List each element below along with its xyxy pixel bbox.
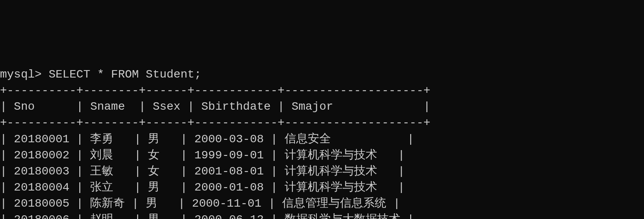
table-row: | 20180006 | 赵明 | 男 | 2000-06-12 | 数据科学与…: [0, 213, 414, 219]
table-row: | 20180003 | 王敏 | 女 | 2001-08-01 | 计算机科学…: [0, 165, 405, 178]
table-header: | Sno | Sname | Ssex | Sbirthdate | Smaj…: [0, 100, 430, 113]
table-row: | 20180005 | 陈新奇 | 男 | 2000-11-01 | 信息管理…: [0, 197, 400, 210]
table-row: | 20180001 | 李勇 | 男 | 2000-03-08 | 信息安全 …: [0, 133, 414, 146]
mysql-terminal[interactable]: mysql> SELECT * FROM Student; +---------…: [0, 66, 644, 219]
sql-command: SELECT * FROM Student;: [49, 68, 202, 81]
command-line: mysql> SELECT * FROM Student;: [0, 68, 201, 81]
separator-top: +----------+--------+------+------------…: [0, 84, 430, 97]
mysql-prompt: mysql>: [0, 68, 49, 81]
table-row: | 20180002 | 刘晨 | 女 | 1999-09-01 | 计算机科学…: [0, 149, 405, 162]
separator-mid: +----------+--------+------+------------…: [0, 116, 430, 129]
table-row: | 20180004 | 张立 | 男 | 2000-01-08 | 计算机科学…: [0, 181, 405, 194]
